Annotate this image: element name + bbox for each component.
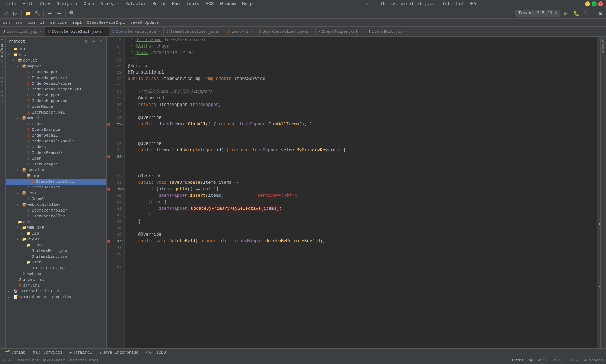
code-container[interactable]: 16 17 18 19 20 21 22 23 24 25 26 27 28 2… — [107, 37, 600, 348]
status-check-icon[interactable]: ✓ — [3, 358, 5, 363]
tree-item-ItemsMapperXml[interactable]: ▸ X ItemsMapper.xml — [6, 75, 106, 81]
tab-itemsController[interactable]: C ItemsController.java × — [164, 27, 225, 36]
status-encoding[interactable]: CRLF — [554, 358, 563, 363]
tab-close-itemsMapperXml[interactable]: × — [360, 30, 362, 34]
toolbar-back-button[interactable]: ◁ — [1, 9, 10, 18]
tree-item-mapper[interactable]: ▾ 📦 mapper — [6, 63, 106, 69]
tree-item-itemsListJsp[interactable]: ▸ J itemsList.jsp — [6, 254, 106, 259]
tree-item-impl[interactable]: ▾ 📦 impl — [6, 173, 106, 179]
menu-refactor[interactable]: Refactor — [122, 1, 149, 7]
tree-item-lib[interactable]: ▸ 📁 lib — [6, 231, 106, 236]
tab-userController[interactable]: C UserController.java × — [256, 27, 315, 36]
stop-button[interactable]: ⬛ — [582, 9, 590, 18]
tree-item-ItemsExample[interactable]: ▸ C ItemsExample — [6, 127, 106, 133]
tree-item-src[interactable]: ▾ 📁 src — [6, 52, 106, 58]
tree-item-webXml-file[interactable]: ▸ X web.xml — [6, 271, 106, 277]
menu-vcs[interactable]: VCS — [203, 1, 217, 7]
tree-item-UserMapperXml[interactable]: ▸ X UserMapper.xml — [6, 110, 106, 115]
close-button[interactable]: × — [598, 1, 603, 6]
tree-item-OrderDetailExample[interactable]: ▸ C OrderDetailExample — [6, 138, 106, 144]
tab-close-itemsList[interactable]: × — [40, 30, 42, 34]
menu-code[interactable]: Code — [81, 1, 97, 7]
tree-item-Orders[interactable]: ▸ C Orders — [6, 144, 106, 150]
favorites-icon[interactable]: 2: Favorites — [0, 85, 6, 90]
menu-file[interactable]: File — [3, 1, 19, 7]
tree-item-out[interactable]: ▾ 📁 out — [6, 46, 106, 52]
menu-navigate[interactable]: Navigate — [53, 1, 80, 7]
tree-item-ItemsController[interactable]: ▸ C ItemsController — [6, 208, 106, 213]
tab-close-webXml[interactable]: × — [251, 30, 253, 34]
terminal-button[interactable]: ▶ Terminal — [67, 350, 94, 355]
menu-edit[interactable]: Edit — [20, 1, 36, 7]
tree-item-items-folder[interactable]: ▾ 📁 items — [6, 242, 106, 248]
tree-item-service[interactable]: ▾ 📦 service — [6, 167, 106, 173]
tree-item-UserExample[interactable]: ▸ C UserExample — [6, 161, 106, 167]
run-config-selector[interactable]: Tomcat 8.5.29 ▾ — [515, 10, 560, 17]
toolbar-search-button[interactable]: 🔍 — [67, 9, 76, 18]
run-button[interactable]: ▶ — [562, 9, 570, 18]
breadcrumb-it[interactable]: it — [40, 21, 45, 25]
toolbar-project-button[interactable]: 📁 — [23, 9, 32, 18]
tree-item-OrderDetail[interactable]: ▸ C OrderDetail — [6, 133, 106, 138]
tree-item-Items[interactable]: ▸ C Items — [6, 121, 106, 127]
services-button[interactable]: ⚙ 8: Services — [31, 350, 65, 355]
toolbar-undo-button[interactable]: ↩ — [45, 9, 54, 18]
tab-close-itemsService[interactable]: × — [158, 30, 161, 34]
tree-item-indexJsp[interactable]: ▸ J index.jsp — [6, 277, 106, 283]
menu-window[interactable]: Window — [217, 1, 238, 7]
tree-item-WEBINF[interactable]: ▾ 📁 WEB-INF — [6, 225, 106, 231]
tree-item-test[interactable]: ▾ 📦 test — [6, 190, 106, 196]
status-event-log[interactable]: Event Log — [512, 358, 533, 363]
tab-webXml[interactable]: X web.xml × — [225, 27, 256, 36]
tree-item-UserController[interactable]: ▸ C UserController — [6, 213, 106, 219]
debug-button[interactable]: 🐛 — [572, 9, 580, 18]
tree-item-ItemsService[interactable]: ▸ I ItemsService — [6, 185, 106, 190]
tab-itemsEditJsp[interactable]: J itemsEdit.jsp × — [365, 27, 410, 36]
menu-analyze[interactable]: Analyze — [98, 1, 122, 7]
tree-item-web[interactable]: ▾ 📁 web — [6, 219, 106, 225]
breadcrumb-src[interactable]: src — [15, 21, 22, 25]
tab-close-itemsEdit[interactable]: × — [405, 30, 407, 34]
status-position[interactable]: 43:53 — [538, 358, 550, 363]
tree-item-UserMapper[interactable]: ▸ C UserMapper — [6, 104, 106, 110]
menu-build[interactable]: Build — [150, 1, 168, 7]
toolbar-build-button[interactable]: 🔨 — [33, 9, 41, 18]
status-charset[interactable]: UTF-8 — [568, 358, 580, 363]
tab-itemsService[interactable]: I ItemsService.java × — [109, 27, 164, 36]
menu-tools[interactable]: Tools — [184, 1, 202, 7]
breadcrumb-class[interactable]: ItemsServiceImpl — [87, 21, 125, 25]
project-icon[interactable]: 1: Project — [0, 38, 6, 43]
panel-close-icon[interactable]: × — [98, 39, 104, 44]
tree-item-user-folder[interactable]: ▾ 📁 user — [6, 259, 106, 265]
breadcrumb-ssm[interactable]: ssm — [3, 21, 10, 25]
spring-button[interactable]: 🌱 Spring — [3, 350, 28, 355]
java-enterprise-button[interactable]: ☕ Java Enterprise — [97, 350, 141, 355]
toolbar-settings-button[interactable]: ⚙ — [596, 9, 605, 18]
menu-help[interactable]: Help — [239, 1, 255, 7]
todo-button[interactable]: ✓ 6: TODO — [144, 350, 168, 355]
tab-close-itemsServiceImpl[interactable]: × — [104, 30, 106, 34]
tree-item-ItemsServiceImpl[interactable]: ▸ C ItemsServiceImpl — [6, 179, 106, 185]
menu-run[interactable]: Run — [169, 1, 183, 7]
panel-settings-icon[interactable]: ⚙ — [83, 39, 89, 44]
tree-item-views[interactable]: ▾ 📁 views — [6, 236, 106, 242]
tree-item-OrdersExample[interactable]: ▸ C OrdersExample — [6, 150, 106, 156]
tree-item-Demo01[interactable]: ▸ C Demo01 — [6, 196, 106, 202]
tree-item-OrderDetailMapperXml[interactable]: ▸ X OrderDetailMapper.xml — [6, 86, 106, 92]
tree-item-User[interactable]: ▸ C User — [6, 156, 106, 161]
tab-itemsServiceImpl[interactable]: C ItemsServiceImpl.java × — [45, 27, 109, 36]
breadcrumb-method[interactable]: saveOrUpdate — [130, 21, 159, 25]
tab-close-userController[interactable]: × — [310, 30, 312, 34]
tab-itemsMapperXml[interactable]: X ItemsMapper.xml × — [316, 27, 365, 36]
tree-item-extLibs[interactable]: ▸ 📚 External Libraries — [6, 288, 106, 294]
tree-item-OrdersMapperXml[interactable]: ▸ X OrdersMapper.xml — [6, 98, 106, 104]
tree-item-ssmIml[interactable]: ▸ X ssm.iml — [6, 283, 106, 288]
structure-icon[interactable]: 2: Structure — [0, 60, 6, 65]
tree-item-userListJsp[interactable]: ▸ J userList.jsp — [6, 265, 106, 271]
breadcrumb-service[interactable]: service — [50, 21, 67, 25]
status-indent[interactable]: 4 spaces — [584, 358, 603, 363]
tree-item-webcontroller[interactable]: ▾ 📦 web.controller — [6, 202, 106, 208]
maximize-button[interactable]: □ — [592, 1, 597, 6]
panel-collapse-icon[interactable]: ≡ — [91, 39, 96, 44]
toolbar-redo-button[interactable]: ↪ — [55, 9, 63, 18]
